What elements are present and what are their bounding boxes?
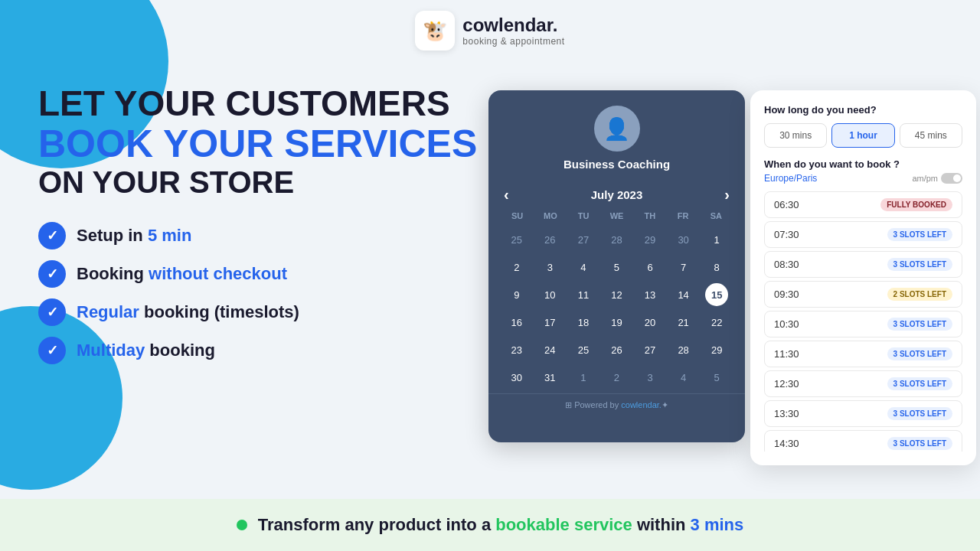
cal-day[interactable]: 28 [605, 228, 628, 251]
time-slot-row[interactable]: 09:30 2 SLOTS LEFT [764, 281, 962, 308]
cal-day[interactable]: 14 [672, 283, 695, 306]
cal-day[interactable]: 2 [605, 366, 628, 389]
cal-day[interactable]: 7 [672, 256, 695, 279]
time-value: 14:30 [774, 438, 799, 449]
calendar-widget: 👤 Business Coaching ‹ July 2023 › SU MO … [488, 90, 745, 442]
time-value: 11:30 [774, 348, 799, 360]
cal-day[interactable]: 26 [538, 228, 561, 251]
cal-day[interactable]: 1 [572, 366, 595, 389]
cal-day[interactable]: 20 [639, 311, 662, 334]
service-name: Business Coaching [564, 158, 670, 171]
cal-day[interactable]: 9 [505, 283, 528, 306]
timezone-row: Europe/Paris am/pm [764, 173, 962, 184]
time-value: 12:30 [774, 378, 799, 390]
cal-day[interactable]: 17 [538, 311, 561, 334]
day-we: WE [600, 208, 633, 223]
cal-day[interactable]: 4 [572, 256, 595, 279]
next-month-button[interactable]: › [724, 186, 730, 204]
cal-day[interactable]: 5 [605, 256, 628, 279]
day-fr: FR [666, 208, 699, 223]
feature-item-1: ✓ Setup in 5 min [38, 222, 482, 249]
slot-badge: 3 SLOTS LEFT [887, 318, 952, 331]
prev-month-button[interactable]: ‹ [504, 186, 509, 204]
cal-day[interactable]: 11 [572, 283, 595, 306]
bottom-bar: Transform any product into a bookable se… [0, 499, 980, 551]
cal-day[interactable]: 3 [639, 366, 662, 389]
headline-line1: LET YOUR CUSTOMERS [38, 84, 482, 123]
check-icon-3: ✓ [38, 298, 66, 326]
time-slot-row[interactable]: 11:30 3 SLOTS LEFT [764, 341, 962, 367]
feature-text-2: Booking without checkout [77, 264, 287, 284]
cal-day[interactable]: 5 [705, 366, 728, 389]
time-slot-row[interactable]: 08:30 3 SLOTS LEFT [764, 251, 962, 278]
day-sa: SA [700, 208, 733, 223]
check-icon-4: ✓ [38, 337, 66, 364]
time-slot-row[interactable]: 14:30 3 SLOTS LEFT [764, 430, 962, 452]
cal-day[interactable]: 27 [639, 338, 662, 361]
cal-day[interactable]: 12 [605, 283, 628, 306]
cal-day[interactable]: 21 [672, 311, 695, 334]
time-value: 08:30 [774, 259, 799, 270]
cal-day[interactable]: 6 [639, 256, 662, 279]
time-value: 07:30 [774, 229, 799, 240]
cal-day[interactable]: 24 [538, 338, 561, 361]
slot-badge: FULLY BOOKED [880, 198, 952, 211]
logo-container: 🐮 cowlendar. booking & appointment [415, 11, 564, 51]
cal-day[interactable]: 2 [505, 256, 528, 279]
cal-day[interactable]: 29 [705, 338, 728, 361]
feature-text-1: Setup in 5 min [77, 226, 191, 246]
cal-day[interactable]: 16 [505, 311, 528, 334]
headline-line2: BOOK YOUR SERVICES [38, 123, 482, 165]
timezone-label[interactable]: Europe/Paris [764, 173, 817, 184]
slot-badge: 3 SLOTS LEFT [887, 377, 952, 390]
cal-day[interactable]: 1 [705, 228, 728, 251]
cal-day[interactable]: 22 [705, 311, 728, 334]
cal-day[interactable]: 27 [572, 228, 595, 251]
cal-day[interactable]: 13 [639, 283, 662, 306]
cal-day[interactable]: 25 [505, 228, 528, 251]
ampm-toggle[interactable]: am/pm [912, 173, 962, 184]
time-slot-row[interactable]: 10:30 3 SLOTS LEFT [764, 311, 962, 337]
current-month: July 2023 [591, 188, 643, 201]
logo-icon: 🐮 [415, 11, 455, 51]
dur-30mins[interactable]: 30 mins [764, 123, 827, 148]
cal-day[interactable]: 18 [572, 311, 595, 334]
green-dot-icon [237, 520, 247, 530]
calendar-footer: ⊞ Powered by cowlendar.✦ [488, 393, 745, 416]
slot-badge: 3 SLOTS LEFT [887, 437, 952, 450]
time-slots: 06:30 FULLY BOOKED 07:30 3 SLOTS LEFT 08… [764, 191, 962, 452]
time-slot-row[interactable]: 12:30 3 SLOTS LEFT [764, 370, 962, 397]
time-slot-row[interactable]: 07:30 3 SLOTS LEFT [764, 221, 962, 248]
cal-day[interactable]: 25 [572, 338, 595, 361]
day-tu: TU [567, 208, 600, 223]
day-labels: SU MO TU WE TH FR SA [501, 208, 733, 223]
when-title: When do you want to book ? [764, 158, 962, 170]
time-slot-row[interactable]: 13:30 3 SLOTS LEFT [764, 400, 962, 427]
dur-1hour[interactable]: 1 hour [831, 123, 894, 148]
cal-day[interactable]: 30 [672, 228, 695, 251]
cal-day[interactable]: 8 [705, 256, 728, 279]
dur-45mins[interactable]: 45 mins [900, 123, 962, 148]
left-content: LET YOUR CUSTOMERS BOOK YOUR SERVICES ON… [38, 84, 482, 364]
calendar-nav: ‹ July 2023 › [488, 186, 745, 208]
cal-day[interactable]: 23 [505, 338, 528, 361]
cal-day[interactable]: 3 [538, 256, 561, 279]
feature-item-4: ✓ Multiday booking [38, 337, 482, 364]
calendar-header: 👤 Business Coaching [488, 90, 745, 186]
cal-day[interactable]: 19 [605, 311, 628, 334]
slot-badge: 2 SLOTS LEFT [887, 288, 952, 301]
time-slot-row[interactable]: 06:30 FULLY BOOKED [764, 191, 962, 218]
slot-badge: 3 SLOTS LEFT [887, 258, 952, 271]
cal-day[interactable]: 10 [538, 283, 561, 306]
header: 🐮 cowlendar. booking & appointment [0, 0, 980, 61]
logo-text: cowlendar. booking & appointment [462, 15, 564, 47]
booking-panel: How long do you need? 30 mins 1 hour 45 … [750, 90, 976, 465]
cal-day-selected[interactable]: 15 [705, 283, 728, 306]
day-su: SU [501, 208, 534, 223]
cal-day[interactable]: 29 [639, 228, 662, 251]
cal-day[interactable]: 4 [672, 366, 695, 389]
cal-day[interactable]: 26 [605, 338, 628, 361]
cal-day[interactable]: 30 [505, 366, 528, 389]
cal-day[interactable]: 31 [538, 366, 561, 389]
cal-day[interactable]: 28 [672, 338, 695, 361]
